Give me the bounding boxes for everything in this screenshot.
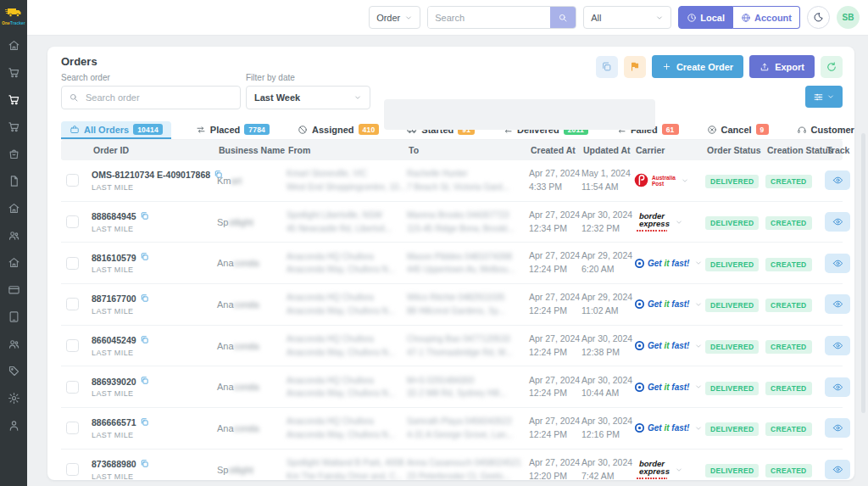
dark-mode-toggle[interactable] (807, 6, 830, 29)
sidebar-item-pricing[interactable] (7, 364, 21, 378)
sidebar-item-purchases[interactable] (7, 120, 21, 134)
carrier-select[interactable]: borderexpress (634, 212, 705, 232)
flag-button[interactable] (624, 56, 646, 78)
sidebar-item-devices[interactable] (7, 310, 21, 324)
track-order-button[interactable] (825, 377, 850, 397)
sidebar-item-warehouse[interactable] (7, 201, 21, 215)
updated-at: Apr 30, 202412:16 PM (581, 415, 634, 442)
row-checkbox[interactable] (66, 422, 79, 434)
topbar-search-input[interactable] (428, 7, 550, 28)
row-checkbox[interactable] (66, 174, 79, 187)
sidebar-item-billing[interactable] (7, 282, 21, 297)
carrier-select[interactable]: Get it fast! (634, 379, 705, 394)
updated-at: Apr 29, 202411:02 AM (581, 291, 634, 318)
date-filter-select[interactable]: Last Week (246, 86, 370, 109)
copy-icon[interactable] (140, 335, 149, 346)
to-address: Mason Pibbles 0481074398445 Uppertown Av… (407, 250, 529, 277)
to-address: Chouping Bao 047712053347-1 Thomasbridge… (407, 332, 529, 359)
track-order-button[interactable] (825, 336, 850, 355)
from-address: Anaconda HQ ChulloraAnaconda Way, Chullo… (287, 415, 407, 441)
export-button[interactable]: Export (749, 55, 815, 78)
create-order-button[interactable]: Create Order (652, 55, 743, 78)
track-order-button[interactable] (825, 212, 850, 232)
order-status-badge: DELIVERED (705, 216, 759, 230)
copy-icon[interactable] (140, 459, 149, 470)
topbar-searchbox (427, 6, 576, 29)
date-range-placeholder (384, 99, 655, 130)
track-order-button[interactable] (825, 418, 850, 438)
tab-all-orders[interactable]: All Orders10414 (61, 121, 171, 139)
order-id-link[interactable]: 881610579 (92, 252, 217, 263)
tab-placed[interactable]: Placed7784 (192, 121, 273, 139)
order-id-link[interactable]: OMS-81210734 E-409017868 (92, 170, 217, 181)
order-search-input[interactable] (84, 92, 233, 103)
refresh-button[interactable] (821, 56, 843, 78)
sidebar-item-profile[interactable] (7, 418, 21, 433)
sidebar-item-team[interactable] (7, 337, 21, 351)
order-id-link[interactable]: 873688980 (92, 459, 217, 470)
eye-icon (832, 216, 843, 227)
order-search-field (61, 86, 241, 109)
upload-icon (760, 62, 770, 72)
copy-icon[interactable] (140, 417, 149, 428)
carrier-select[interactable]: Get it fast! (634, 297, 705, 312)
orders-table: OMS-81210734 E-409017868LAST MILEKmartKm… (61, 160, 843, 480)
order-type: LAST MILE (92, 225, 217, 233)
sidebar-item-settings[interactable] (7, 391, 21, 405)
creation-status-badge: CREATED (765, 464, 812, 478)
row-checkbox[interactable] (66, 298, 79, 310)
search-type-select[interactable]: Order (369, 6, 420, 29)
sidebar-item-stores[interactable] (7, 255, 21, 270)
sidebar-item-orders[interactable] (7, 92, 21, 107)
order-id-link[interactable]: 888684945 (92, 211, 217, 222)
order-status-badge: DELIVERED (705, 382, 759, 395)
track-order-button[interactable] (825, 170, 850, 190)
sidebar-item-documents[interactable] (7, 174, 21, 188)
sidebar-item-products[interactable] (7, 147, 21, 161)
track-order-button[interactable] (825, 254, 850, 273)
order-id-link[interactable]: 886939020 (92, 376, 217, 387)
search-order-label: Search order (61, 73, 241, 82)
tab-assigned[interactable]: Assigned410 (294, 121, 382, 139)
row-checkbox[interactable] (66, 339, 79, 352)
carrier-select[interactable]: Get it fast! (634, 255, 705, 271)
order-id-link[interactable]: 866045249 (92, 335, 217, 346)
sidebar-item-dashboard[interactable] (7, 38, 21, 53)
row-checkbox[interactable] (66, 381, 79, 394)
copy-icon[interactable] (140, 252, 149, 263)
carrier-select[interactable]: Get it fast! (634, 338, 705, 354)
carrier-select[interactable]: borderexpress (634, 460, 705, 479)
from-address: Spotlight Libertville, NSW45 Newcastle R… (287, 209, 407, 235)
chevron-down-icon (681, 176, 689, 185)
order-id-link[interactable]: 887167700 (92, 293, 217, 304)
scope-select[interactable]: All (583, 6, 671, 29)
order-type: LAST MILE (92, 349, 217, 357)
row-checkbox[interactable] (66, 463, 79, 476)
carrier-select[interactable]: AustraliaPost (634, 173, 705, 188)
account-toggle-button[interactable]: Account (733, 6, 800, 29)
search-button[interactable] (550, 7, 576, 28)
local-toggle-button[interactable]: Local (678, 6, 733, 29)
business-name: Spotlight (217, 217, 287, 227)
row-checkbox[interactable] (66, 257, 79, 270)
app-logo[interactable]: OneTracker (2, 6, 25, 26)
copy-icon[interactable] (140, 211, 149, 222)
tag-icon (8, 365, 20, 377)
order-id-link[interactable]: 886666571 (92, 417, 217, 428)
table-row: 886939020LAST MILEAnacondaAnaconda HQ Ch… (61, 366, 843, 408)
duplicate-button[interactable] (596, 56, 618, 78)
row-checkbox[interactable] (66, 215, 79, 228)
avatar[interactable]: SB (837, 6, 860, 29)
copy-icon[interactable] (140, 293, 149, 304)
sidebar-item-orders-all[interactable] (7, 65, 21, 80)
tab-customer-support[interactable]: Customer Support48 (793, 121, 854, 139)
copy-icon[interactable] (140, 376, 149, 387)
carrier-select[interactable]: Get it fast! (634, 421, 705, 436)
track-order-button[interactable] (825, 294, 850, 314)
table-header: Order IDBusiness NameFromToCreated AtUpd… (61, 140, 843, 160)
tab-cancel[interactable]: Cancel9 (704, 121, 772, 139)
vertical-scrollbar[interactable] (861, 133, 865, 413)
track-order-button[interactable] (825, 460, 850, 479)
column-filter-button[interactable] (805, 86, 843, 108)
sidebar-item-customers[interactable] (7, 228, 21, 243)
